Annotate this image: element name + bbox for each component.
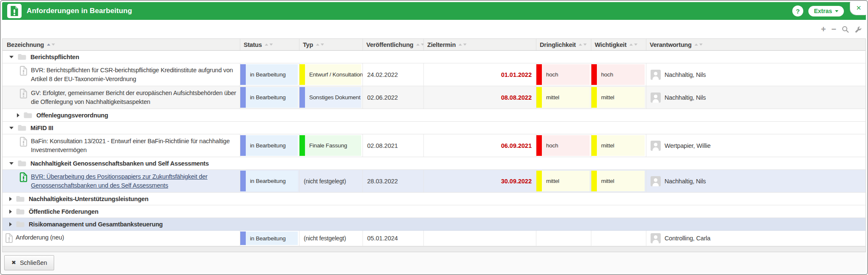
chip-label: mittel bbox=[597, 178, 614, 184]
requirement-name-cell: Anforderung (neu) bbox=[3, 231, 240, 246]
sort-icon[interactable] bbox=[416, 44, 424, 46]
published-cell: 24.02.2022 bbox=[363, 63, 424, 86]
typ-cell: Finale Fassung bbox=[299, 134, 363, 157]
sort-icon[interactable] bbox=[47, 44, 55, 46]
dialog-title: Anforderungen in Bearbeitung bbox=[27, 7, 132, 15]
table-toolbar: + − bbox=[2, 20, 866, 38]
sort-descending-icon bbox=[321, 44, 324, 46]
published-date: 02.06.2022 bbox=[367, 94, 398, 101]
column-header-veroeffentlichung[interactable]: Veröffentlichung bbox=[363, 39, 424, 50]
table-header-row: BezeichnungStatusTypVeröffentlichungZiel… bbox=[3, 39, 865, 51]
status-chip: in Bearbeitung bbox=[240, 135, 298, 156]
urgency-cell: hoch bbox=[536, 63, 591, 86]
sort-icon[interactable] bbox=[579, 44, 587, 46]
extras-button[interactable]: Extras bbox=[808, 6, 844, 16]
responsible-name: Nachhaltig, Nils bbox=[665, 178, 706, 185]
importance-cell: mittel bbox=[591, 134, 646, 157]
column-header-bezeichnung[interactable]: Bezeichnung bbox=[3, 39, 240, 50]
requirement-row[interactable]: GV: Erfolgter, gemeinsamer Bericht der e… bbox=[3, 86, 865, 109]
requirement-title: GV: Erfolgter, gemeinsamer Bericht der e… bbox=[31, 88, 236, 106]
chip-color-bar bbox=[299, 135, 305, 156]
requirement-row[interactable]: BVR: Überarbeitung des Positionspapiers … bbox=[3, 170, 865, 193]
group-row[interactable]: Öffentliche Förderungen bbox=[3, 205, 865, 218]
expand-arrow-icon[interactable] bbox=[9, 222, 12, 226]
zoom-out-icon[interactable]: − bbox=[831, 25, 836, 33]
sort-icon[interactable] bbox=[316, 44, 324, 46]
status-cell: in Bearbeitung bbox=[240, 86, 299, 109]
requirement-row[interactable]: BaFin: Konsultation 13/2021 - Entwurf ei… bbox=[3, 134, 865, 157]
collapse-arrow-icon[interactable] bbox=[9, 56, 14, 58]
expand-arrow-icon[interactable] bbox=[9, 210, 12, 214]
chip-color-bar bbox=[240, 231, 246, 245]
requirement-row[interactable]: BVR: Berichtspflichten für CSR-berichtsp… bbox=[3, 63, 865, 86]
search-icon[interactable] bbox=[842, 26, 849, 33]
table-filler bbox=[3, 246, 865, 252]
group-label: Risikomanagement und Gesamtbanksteuerung bbox=[29, 221, 163, 228]
column-header-label: Verantwortung bbox=[650, 41, 692, 48]
folder-icon bbox=[16, 221, 25, 228]
document-exclamation-icon bbox=[19, 89, 27, 98]
requirement-link[interactable]: BVR: Überarbeitung des Positionspapiers … bbox=[31, 172, 236, 190]
typ-value: (nicht festgelegt) bbox=[299, 235, 346, 242]
column-header-typ[interactable]: Typ bbox=[299, 39, 363, 50]
sort-icon[interactable] bbox=[629, 44, 637, 46]
sort-ascending-icon bbox=[629, 44, 633, 46]
status-chip: in Bearbeitung bbox=[240, 171, 298, 191]
sort-ascending-icon bbox=[316, 44, 319, 46]
zoom-in-icon[interactable]: + bbox=[821, 25, 826, 33]
group-row[interactable]: MiFID III bbox=[3, 122, 865, 134]
chip-label: mittel bbox=[597, 142, 614, 149]
status-cell: in Bearbeitung bbox=[240, 170, 299, 192]
column-header-label: Bezeichnung bbox=[7, 41, 44, 48]
sort-icon[interactable] bbox=[459, 44, 467, 46]
chip-label: Entwurf / Konsultation bbox=[305, 71, 363, 78]
group-row[interactable]: Berichtspflichten bbox=[3, 51, 865, 63]
settings-wrench-icon[interactable] bbox=[854, 26, 862, 33]
expand-arrow-icon[interactable] bbox=[9, 197, 12, 201]
urgency-cell bbox=[536, 231, 591, 246]
column-header-status[interactable]: Status bbox=[240, 39, 299, 50]
responsible-cell: Nachhaltig, Nils bbox=[646, 170, 865, 192]
collapse-arrow-icon[interactable] bbox=[9, 127, 14, 129]
typ-cell: (nicht festgelegt) bbox=[299, 170, 363, 192]
group-row[interactable]: Offenlegungsverordnung bbox=[3, 109, 865, 122]
chip-label: in Bearbeitung bbox=[246, 94, 286, 101]
group-row[interactable]: Nachhaltigkeits-Unterstützungsleistungen bbox=[3, 193, 865, 205]
status-chip: in Bearbeitung bbox=[240, 64, 298, 85]
help-button[interactable]: ? bbox=[792, 5, 803, 16]
urgency-cell: hoch bbox=[536, 134, 591, 157]
importance-chip: hoch bbox=[591, 64, 645, 85]
chip-label: mittel bbox=[597, 94, 614, 101]
sort-icon[interactable] bbox=[695, 44, 703, 46]
collapse-arrow-icon[interactable] bbox=[9, 162, 14, 165]
sort-icon[interactable] bbox=[265, 44, 273, 46]
sort-ascending-icon bbox=[265, 44, 268, 46]
close-dialog-button[interactable]: ✖ Schließen bbox=[4, 255, 54, 270]
group-row[interactable]: Nachhaltigkeit Genossenschaftsbanken und… bbox=[3, 157, 865, 170]
close-icon[interactable]: ✕ bbox=[850, 2, 866, 15]
column-header-dringlichkeit[interactable]: Dringlichkeit bbox=[536, 39, 591, 50]
requirement-name-cell: BVR: Berichtspflichten für CSR-berichtsp… bbox=[3, 63, 240, 86]
column-header-label: Typ bbox=[303, 41, 313, 48]
chip-color-bar bbox=[240, 87, 246, 108]
column-header-wichtigkeit[interactable]: Wichtigkeit bbox=[591, 39, 646, 50]
requirement-row[interactable]: Anforderung (neu)in Bearbeitung(nicht fe… bbox=[3, 231, 865, 246]
importance-cell: mittel bbox=[591, 86, 646, 109]
typ-cell: (nicht festgelegt) bbox=[299, 231, 363, 246]
requirement-document-icon bbox=[7, 4, 22, 18]
chip-color-bar bbox=[240, 64, 246, 85]
column-header-label: Zieltermin bbox=[427, 41, 456, 48]
published-cell: 28.03.2022 bbox=[363, 170, 424, 192]
expand-arrow-icon[interactable] bbox=[17, 113, 19, 117]
due-cell: 30.09.2022 bbox=[424, 170, 536, 192]
chip-color-bar bbox=[591, 171, 597, 191]
importance-cell: mittel bbox=[591, 170, 646, 192]
due-cell bbox=[424, 231, 536, 246]
importance-cell bbox=[591, 231, 646, 246]
column-header-zieltermin[interactable]: Zieltermin bbox=[424, 39, 536, 50]
column-header-verantwortung[interactable]: Verantwortung bbox=[646, 39, 865, 50]
close-button-label: Schließen bbox=[20, 259, 47, 266]
chip-color-bar bbox=[240, 171, 246, 191]
importance-cell: hoch bbox=[591, 63, 646, 86]
group-row[interactable]: Risikomanagement und Gesamtbanksteuerung bbox=[3, 218, 865, 231]
